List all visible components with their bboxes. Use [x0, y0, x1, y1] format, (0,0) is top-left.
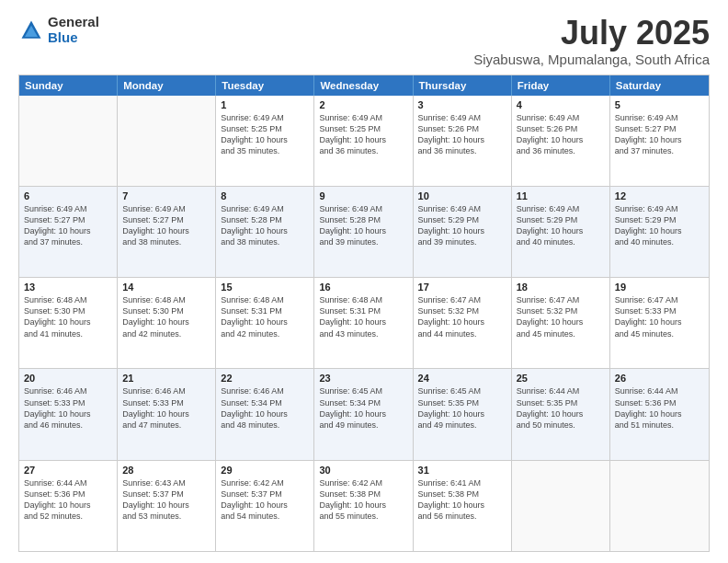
cell-info: Sunrise: 6:42 AM Sunset: 5:38 PM Dayligh…	[319, 477, 407, 523]
cell-info: Sunrise: 6:45 AM Sunset: 5:35 PM Dayligh…	[418, 385, 506, 431]
cell-info: Sunrise: 6:49 AM Sunset: 5:25 PM Dayligh…	[221, 112, 309, 157]
day-number: 24	[418, 373, 506, 384]
calendar-cell: 16Sunrise: 6:48 AM Sunset: 5:31 PM Dayli…	[314, 278, 413, 368]
cell-info: Sunrise: 6:45 AM Sunset: 5:34 PM Dayligh…	[319, 385, 407, 431]
calendar-cell: 9Sunrise: 6:49 AM Sunset: 5:28 PM Daylig…	[314, 187, 413, 277]
day-number: 5	[615, 99, 704, 110]
calendar-cell	[19, 96, 118, 186]
day-number: 10	[418, 190, 506, 201]
cell-info: Sunrise: 6:49 AM Sunset: 5:29 PM Dayligh…	[517, 203, 605, 248]
cell-info: Sunrise: 6:42 AM Sunset: 5:37 PM Dayligh…	[221, 477, 309, 523]
header-day-monday: Monday	[118, 75, 216, 96]
cell-info: Sunrise: 6:49 AM Sunset: 5:29 PM Dayligh…	[615, 203, 704, 248]
cell-info: Sunrise: 6:48 AM Sunset: 5:30 PM Dayligh…	[122, 294, 210, 339]
calendar-cell: 30Sunrise: 6:42 AM Sunset: 5:38 PM Dayli…	[314, 461, 413, 551]
calendar-cell: 23Sunrise: 6:45 AM Sunset: 5:34 PM Dayli…	[314, 369, 413, 459]
day-number: 18	[517, 282, 605, 293]
cell-info: Sunrise: 6:47 AM Sunset: 5:33 PM Dayligh…	[615, 294, 704, 339]
header-day-sunday: Sunday	[19, 75, 118, 96]
calendar-cell: 19Sunrise: 6:47 AM Sunset: 5:33 PM Dayli…	[610, 278, 709, 368]
calendar-cell: 11Sunrise: 6:49 AM Sunset: 5:29 PM Dayli…	[512, 187, 610, 277]
calendar-cell: 12Sunrise: 6:49 AM Sunset: 5:29 PM Dayli…	[610, 187, 709, 277]
calendar-cell: 17Sunrise: 6:47 AM Sunset: 5:32 PM Dayli…	[414, 278, 512, 368]
cell-info: Sunrise: 6:48 AM Sunset: 5:31 PM Dayligh…	[319, 294, 407, 339]
calendar-cell: 5Sunrise: 6:49 AM Sunset: 5:27 PM Daylig…	[610, 96, 709, 186]
cell-info: Sunrise: 6:49 AM Sunset: 5:25 PM Dayligh…	[319, 112, 407, 157]
day-number: 17	[418, 282, 506, 293]
calendar-cell: 27Sunrise: 6:44 AM Sunset: 5:36 PM Dayli…	[19, 461, 118, 551]
day-number: 31	[418, 465, 506, 476]
day-number: 23	[319, 373, 407, 384]
cell-info: Sunrise: 6:49 AM Sunset: 5:26 PM Dayligh…	[517, 112, 605, 157]
page: General Blue July 2025 Siyabuswa, Mpumal…	[0, 0, 728, 563]
day-number: 29	[221, 465, 309, 476]
day-number: 4	[517, 99, 605, 110]
day-number: 21	[122, 373, 210, 384]
day-number: 27	[24, 465, 112, 476]
subtitle: Siyabuswa, Mpumalanga, South Africa	[473, 52, 710, 67]
header-day-wednesday: Wednesday	[314, 75, 413, 96]
header-day-tuesday: Tuesday	[216, 75, 314, 96]
cell-info: Sunrise: 6:47 AM Sunset: 5:32 PM Dayligh…	[517, 294, 605, 339]
calendar-cell: 22Sunrise: 6:46 AM Sunset: 5:34 PM Dayli…	[216, 369, 314, 459]
cell-info: Sunrise: 6:47 AM Sunset: 5:32 PM Dayligh…	[418, 294, 506, 339]
day-number: 20	[24, 373, 112, 384]
day-number: 9	[319, 190, 407, 201]
cell-info: Sunrise: 6:48 AM Sunset: 5:30 PM Dayligh…	[24, 294, 112, 339]
cell-info: Sunrise: 6:41 AM Sunset: 5:38 PM Dayligh…	[418, 477, 506, 523]
day-number: 19	[615, 282, 704, 293]
calendar-cell: 18Sunrise: 6:47 AM Sunset: 5:32 PM Dayli…	[512, 278, 610, 368]
cell-info: Sunrise: 6:49 AM Sunset: 5:28 PM Dayligh…	[319, 203, 407, 248]
calendar-cell: 24Sunrise: 6:45 AM Sunset: 5:35 PM Dayli…	[414, 369, 512, 459]
cell-info: Sunrise: 6:46 AM Sunset: 5:33 PM Dayligh…	[24, 385, 112, 431]
calendar-cell: 3Sunrise: 6:49 AM Sunset: 5:26 PM Daylig…	[414, 96, 512, 186]
calendar-cell: 15Sunrise: 6:48 AM Sunset: 5:31 PM Dayli…	[216, 278, 314, 368]
day-number: 26	[615, 373, 704, 384]
cell-info: Sunrise: 6:43 AM Sunset: 5:37 PM Dayligh…	[122, 477, 210, 523]
cell-info: Sunrise: 6:49 AM Sunset: 5:28 PM Dayligh…	[221, 203, 309, 248]
cell-info: Sunrise: 6:49 AM Sunset: 5:29 PM Dayligh…	[418, 203, 506, 248]
calendar: SundayMondayTuesdayWednesdayThursdayFrid…	[18, 75, 710, 552]
logo: General Blue	[18, 15, 99, 45]
day-number: 3	[418, 99, 506, 110]
day-number: 1	[221, 99, 309, 110]
calendar-cell: 10Sunrise: 6:49 AM Sunset: 5:29 PM Dayli…	[414, 187, 512, 277]
calendar-row-5: 27Sunrise: 6:44 AM Sunset: 5:36 PM Dayli…	[19, 460, 709, 551]
cell-info: Sunrise: 6:49 AM Sunset: 5:27 PM Dayligh…	[615, 112, 704, 157]
cell-info: Sunrise: 6:49 AM Sunset: 5:26 PM Dayligh…	[418, 112, 506, 157]
header-day-thursday: Thursday	[414, 75, 512, 96]
calendar-cell	[610, 461, 709, 551]
cell-info: Sunrise: 6:44 AM Sunset: 5:36 PM Dayligh…	[615, 385, 704, 431]
calendar-header: SundayMondayTuesdayWednesdayThursdayFrid…	[19, 75, 709, 96]
calendar-cell: 4Sunrise: 6:49 AM Sunset: 5:26 PM Daylig…	[512, 96, 610, 186]
calendar-row-2: 6Sunrise: 6:49 AM Sunset: 5:27 PM Daylig…	[19, 186, 709, 277]
calendar-cell: 13Sunrise: 6:48 AM Sunset: 5:30 PM Dayli…	[19, 278, 118, 368]
calendar-cell: 25Sunrise: 6:44 AM Sunset: 5:35 PM Dayli…	[512, 369, 610, 459]
calendar-row-3: 13Sunrise: 6:48 AM Sunset: 5:30 PM Dayli…	[19, 277, 709, 368]
calendar-cell: 21Sunrise: 6:46 AM Sunset: 5:33 PM Dayli…	[118, 369, 216, 459]
cell-info: Sunrise: 6:44 AM Sunset: 5:36 PM Dayligh…	[24, 477, 112, 523]
calendar-cell: 31Sunrise: 6:41 AM Sunset: 5:38 PM Dayli…	[414, 461, 512, 551]
day-number: 28	[122, 465, 210, 476]
calendar-row-1: 1Sunrise: 6:49 AM Sunset: 5:25 PM Daylig…	[19, 96, 709, 186]
day-number: 30	[319, 465, 407, 476]
day-number: 6	[24, 190, 112, 201]
header-day-saturday: Saturday	[610, 75, 709, 96]
calendar-row-4: 20Sunrise: 6:46 AM Sunset: 5:33 PM Dayli…	[19, 368, 709, 459]
calendar-cell: 2Sunrise: 6:49 AM Sunset: 5:25 PM Daylig…	[314, 96, 413, 186]
day-number: 15	[221, 282, 309, 293]
day-number: 13	[24, 282, 112, 293]
cell-info: Sunrise: 6:48 AM Sunset: 5:31 PM Dayligh…	[221, 294, 309, 339]
calendar-cell: 29Sunrise: 6:42 AM Sunset: 5:37 PM Dayli…	[216, 461, 314, 551]
day-number: 16	[319, 282, 407, 293]
logo-general: General	[48, 15, 99, 30]
header-day-friday: Friday	[512, 75, 610, 96]
calendar-cell	[118, 96, 216, 186]
day-number: 22	[221, 373, 309, 384]
day-number: 11	[517, 190, 605, 201]
cell-info: Sunrise: 6:49 AM Sunset: 5:27 PM Dayligh…	[122, 203, 210, 248]
calendar-cell: 26Sunrise: 6:44 AM Sunset: 5:36 PM Dayli…	[610, 369, 709, 459]
day-number: 14	[122, 282, 210, 293]
main-title: July 2025	[473, 15, 710, 52]
calendar-cell: 7Sunrise: 6:49 AM Sunset: 5:27 PM Daylig…	[118, 187, 216, 277]
